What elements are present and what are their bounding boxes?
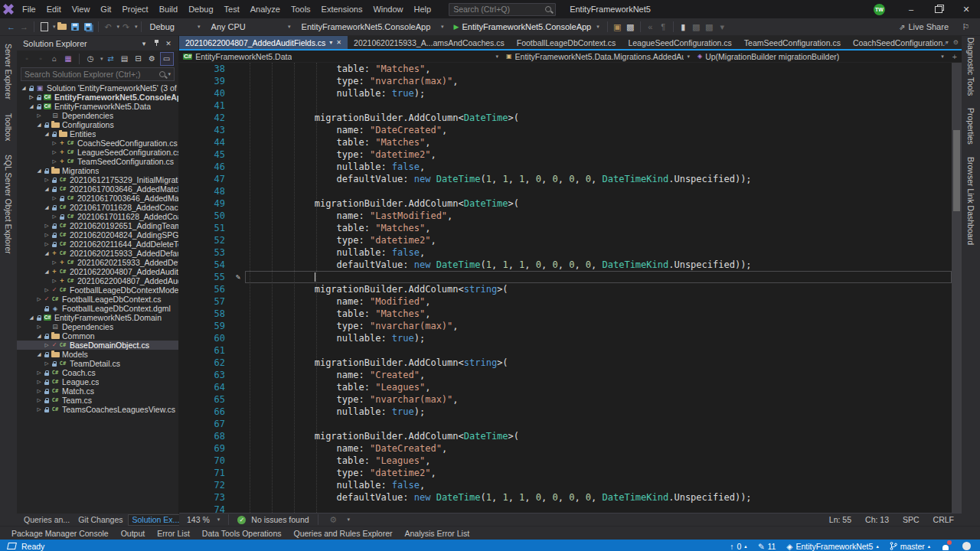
solution-platform-dropdown[interactable]: Any CPU ▾ [207,20,295,34]
minimize-button[interactable]: – [897,0,925,18]
code-line[interactable]: 56 migrationBuilder.AddColumn<string>( [179,283,952,295]
unpushed-edits-button[interactable]: ✎ 11 [758,542,776,551]
code-line[interactable]: 50 name: "LastModified", [179,210,952,222]
tree-arrow-icon[interactable]: ▷ [43,223,51,229]
code-line[interactable]: 55✎ [179,271,952,283]
pending-changes-filter-icon[interactable]: ◷ [84,53,96,65]
repository-picker[interactable]: ◈ EntityFrameworkNet5 ▴ [786,542,878,551]
tree-item[interactable]: ▷+C#LeagueSeedConfiguration.cs [17,148,178,157]
panel-tab-analysis-error-list[interactable]: Analysis Error List [399,529,475,538]
close-button[interactable]: ✕ [952,0,980,18]
tree-arrow-icon[interactable]: ▷ [51,278,58,284]
global-search-box[interactable]: Search (Ctrl+Q) [449,3,556,16]
redo-dropdown-icon[interactable]: ▾ [135,24,138,30]
side-tab-diagnostic-tools[interactable]: Diagnostic Tools [966,37,975,96]
notifications-button[interactable] [941,542,950,550]
home-icon[interactable]: ⌂ [48,53,60,65]
line-indicator[interactable]: Ln: 55 [829,515,851,524]
code-editor[interactable]: 38 table: "Matches",39 type: "nvarchar(m… [179,63,962,513]
code-cleanup-icon[interactable]: ⚙ [327,513,340,527]
tree-arrow-icon[interactable]: ◢ [35,351,43,357]
health-indicator-icon[interactable]: ✓ [237,516,246,524]
split-window-icon[interactable]: + [948,52,962,61]
uncomment-icon[interactable]: ▩ [703,20,716,34]
code-cleanup-dropdown-icon[interactable]: ▾ [348,517,351,523]
code-line[interactable]: 71 type: "datetime2", [179,467,952,479]
save-icon[interactable] [69,20,82,34]
code-line[interactable]: 54 defaultValue: new DateTime(1, 1, 1, 0… [179,259,952,271]
pin-icon[interactable]: ▾ [329,39,332,46]
undo-icon[interactable]: ↶ [102,20,115,34]
code-line[interactable]: 67 [179,418,952,430]
tree-arrow-icon[interactable]: ▷ [51,149,58,155]
menu-file[interactable]: File [17,0,41,18]
branch-picker[interactable]: master ▴ [890,542,930,551]
code-surface[interactable]: 38 table: "Matches",39 type: "nvarchar(m… [179,63,952,513]
restore-button[interactable] [925,0,952,18]
tree-item[interactable]: ▷C#20210617011628_AddedCoachTeamOne [17,212,178,221]
side-tab-sql-server-object-explorer[interactable]: SQL Server Object Explorer [4,155,13,254]
live-share-button[interactable]: Live Share [908,22,949,31]
panel-tab-package-manager-console[interactable]: Package Manager Console [6,529,114,538]
code-line[interactable]: 52 type: "datetime2", [179,234,952,246]
tree-item[interactable]: ◢C#20210617011628_AddedCoachTeamOneTo [17,203,178,212]
column-indicator[interactable]: Ch: 13 [865,515,889,524]
tree-item[interactable]: ▷C#TeamDetail.cs [17,359,178,368]
background-tasks-icon[interactable] [7,543,17,549]
tree-item[interactable]: ◢Migrations [17,166,178,175]
menu-test[interactable]: Test [219,0,245,18]
redo-icon[interactable]: ↷ [119,20,132,34]
doc-tab[interactable]: LeagueSeedConfiguration.cs [622,36,737,49]
tree-item[interactable]: ◢Models [17,350,178,359]
tree-item[interactable]: ▷⊟Dependencies [17,322,178,331]
show-all-files-icon[interactable]: ▤ [119,53,131,65]
tree-arrow-icon[interactable]: ▷ [51,259,58,266]
menu-analyze[interactable]: Analyze [245,0,286,18]
breadcrumb-type-dropdown[interactable]: ▣ EntityFrameworkNet5.Data.Migrations.Ad… [502,51,694,62]
startup-project-dropdown[interactable]: EntityFrameworkNet5.ConsoleApp ▾ [298,20,448,34]
tree-arrow-icon[interactable]: ◢ [43,250,51,256]
code-line[interactable]: 69 name: "DateCreated", [179,442,952,455]
tree-arrow-icon[interactable]: ▷ [43,241,51,247]
tree-arrow-icon[interactable]: ▷ [35,406,43,412]
tree-arrow-icon[interactable]: ▷ [35,370,43,376]
tree-arrow-icon[interactable]: ▷ [35,397,43,403]
code-line[interactable]: 61 [179,344,952,357]
tree-arrow-icon[interactable]: ◢ [28,103,35,109]
tree-item[interactable]: ▷✓C#FootballLeageDbContext.cs [17,295,178,304]
code-line[interactable]: 49 migrationBuilder.AddColumn<DateTime>( [179,197,952,210]
preview-selected-items-icon[interactable]: ▭ [160,52,174,66]
tab-list-icon[interactable]: ▾ [946,39,949,46]
code-line[interactable]: 42 migrationBuilder.AddColumn<DateTime>( [179,112,952,124]
float-window-icon[interactable]: ⚙ [953,39,959,46]
code-line[interactable]: 51 table: "Matches", [179,222,952,234]
tree-arrow-icon[interactable]: ◢ [28,315,35,321]
doc-tab[interactable]: 20210620215933_A...amsAndCoaches.cs [348,36,511,49]
tree-arrow-icon[interactable]: ◢ [43,131,51,137]
tree-arrow-icon[interactable]: ▷ [51,214,58,220]
solution-explorer-search-box[interactable]: Search Solution Explorer (Ctrl+;) ▾ [21,67,175,81]
code-line[interactable]: 38 table: "Matches", [179,63,952,75]
collapse-all-icon[interactable]: ⊟ [132,53,145,65]
outgoing-commits-button[interactable]: ↑ 0 ▴ [730,542,746,551]
code-line[interactable]: 39 type: "nvarchar(max)", [179,75,952,87]
close-tab-icon[interactable]: ✕ [336,39,341,46]
panel-tab-queries-an-[interactable]: Queries an... [20,515,74,524]
code-line[interactable]: 45 type: "datetime2", [179,148,952,161]
navigate-forward-icon[interactable]: → [18,20,31,34]
breadcrumb-project-dropdown[interactable]: C# EntityFrameworkNet5.Data ▾ [179,51,502,62]
code-line[interactable]: 74 [179,504,952,513]
sync-with-active-document-icon[interactable]: ⇄ [105,53,117,65]
tree-item[interactable]: ◢Entities [17,129,178,139]
doc-tab[interactable]: FootballLeageDbContext.cs [511,36,622,49]
code-line[interactable]: 57 name: "Modified", [179,295,952,308]
tree-item[interactable]: ▷✓C#BaseDomainObject.cs [17,341,178,350]
tree-item[interactable]: ▷C#20210612175329_InitialMigration.cs [17,175,178,184]
tree-arrow-icon[interactable]: ▷ [35,324,43,330]
tree-arrow-icon[interactable]: ▷ [51,158,58,165]
tree-arrow-icon[interactable]: ▷ [35,296,43,302]
tree-arrow-icon[interactable]: ▷ [43,342,51,348]
panel-tab-solution-ex-[interactable]: Solution Ex... [128,514,185,526]
side-tab-toolbox[interactable]: Toolbox [4,113,13,141]
tree-arrow-icon[interactable]: ◢ [35,122,43,128]
